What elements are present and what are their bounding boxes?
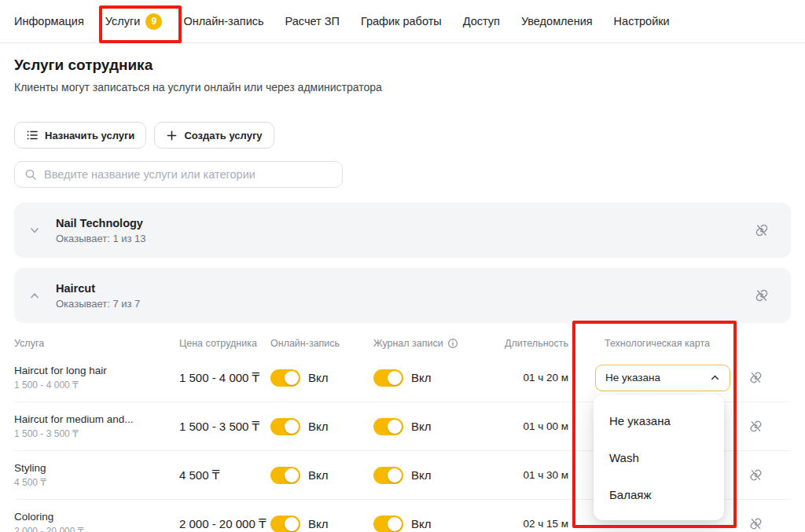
search-input[interactable]	[44, 168, 333, 181]
service-name: Coloring	[14, 511, 179, 523]
employee-price: 2 000 - 20 000 ₸	[179, 517, 270, 531]
online-booking-toggle[interactable]	[270, 369, 300, 387]
tab-online-booking[interactable]: Онлайн-запись	[183, 0, 263, 43]
online-booking-toggle[interactable]	[270, 467, 300, 484]
col-header-journal: Журнал записи	[373, 338, 443, 349]
service-base-price: 1 500 - 4 000 ₸	[14, 380, 179, 391]
online-booking-toggle[interactable]	[270, 418, 300, 435]
plus-icon	[166, 130, 178, 141]
tab-payroll[interactable]: Расчет ЗП	[285, 0, 340, 43]
chevron-up-icon[interactable]	[27, 290, 42, 301]
employee-price: 1 500 - 3 500 ₸	[179, 420, 270, 434]
services-count-badge: 9	[145, 13, 162, 30]
service-search	[14, 161, 343, 188]
toggle-label: Вкл	[411, 371, 432, 384]
toggle-label: Вкл	[411, 517, 432, 530]
unlink-icon[interactable]	[743, 468, 791, 482]
top-nav: Информация Услуги 9 Онлайн-запись Расчет…	[0, 0, 805, 43]
services-table-header: Услуга Цена сотрудника Онлайн-запись Жур…	[14, 333, 791, 354]
col-header-service: Услуга	[14, 338, 179, 349]
page-subtitle: Клиенты могут записаться на услуги онлай…	[14, 81, 791, 94]
service-base-price: 1 500 - 3 500 ₸	[14, 428, 179, 439]
unlink-icon[interactable]	[743, 517, 791, 530]
list-icon	[26, 129, 39, 141]
journal-toggle[interactable]	[373, 515, 403, 532]
unlink-icon[interactable]	[755, 288, 769, 303]
toggle-label: Вкл	[411, 420, 432, 433]
col-header-price: Цена сотрудника	[179, 338, 270, 349]
chevron-up-icon	[710, 372, 720, 383]
journal-toggle[interactable]	[373, 369, 403, 387]
toggle-label: Вкл	[308, 517, 329, 530]
tab-settings[interactable]: Настройки	[614, 0, 670, 43]
col-header-techcard: Технологическая карта	[595, 338, 743, 349]
service-duration: 02 ч 15 м	[501, 518, 579, 530]
toggle-label: Вкл	[308, 371, 329, 384]
journal-toggle[interactable]	[373, 418, 403, 435]
tab-services[interactable]: Услуги 9	[105, 0, 163, 43]
employee-price: 1 500 - 4 000 ₸	[179, 371, 270, 385]
unlink-icon[interactable]	[743, 371, 791, 384]
techcard-select[interactable]: Не указана	[595, 365, 730, 391]
service-base-price: 2 000 - 20 000 ₸	[14, 526, 179, 532]
service-base-price: 4 500 ₸	[14, 477, 179, 488]
tab-work-schedule[interactable]: График работы	[361, 0, 442, 43]
info-icon[interactable]	[447, 338, 458, 349]
tab-notifications[interactable]: Уведомления	[521, 0, 593, 43]
col-header-online: Онлайн-запись	[270, 338, 373, 349]
category-card-nail-technology[interactable]: Nail Technology Оказывает: 1 из 13	[14, 203, 791, 258]
category-card-haircut[interactable]: Haircut Оказывает: 7 из 7	[14, 268, 791, 323]
service-name: Haircut for long hair	[14, 365, 179, 376]
toggle-label: Вкл	[411, 468, 432, 482]
create-service-button[interactable]: Создать услугу	[154, 122, 274, 149]
service-duration: 01 ч 30 м	[501, 469, 579, 481]
dropdown-option-wash[interactable]: Wash	[594, 439, 724, 476]
dropdown-option-not-specified[interactable]: Не указана	[594, 402, 724, 439]
service-name: Styling	[14, 462, 179, 474]
employee-services-page: Информация Услуги 9 Онлайн-запись Расчет…	[0, 0, 805, 532]
online-booking-toggle[interactable]	[270, 515, 300, 532]
search-icon	[24, 168, 37, 181]
unlink-icon[interactable]	[743, 420, 791, 433]
active-tab-underline	[104, 41, 164, 43]
category-provides: Оказывает: 7 из 7	[56, 298, 755, 310]
category-provides: Оказывает: 1 из 13	[56, 233, 755, 244]
employee-price: 4 500 ₸	[179, 468, 270, 482]
service-duration: 01 ч 00 м	[501, 420, 579, 432]
tab-access[interactable]: Доступ	[463, 0, 500, 43]
chevron-down-icon[interactable]	[27, 225, 42, 236]
journal-toggle[interactable]	[373, 467, 403, 484]
tab-information[interactable]: Информация	[14, 0, 84, 43]
page-title: Услуги сотрудника	[14, 57, 791, 74]
service-duration: 01 ч 20 м	[501, 372, 579, 383]
unlink-icon[interactable]	[755, 223, 769, 237]
toggle-label: Вкл	[308, 420, 329, 433]
dropdown-option-balayage[interactable]: Балаяж	[594, 476, 724, 513]
category-name: Nail Technology	[56, 217, 755, 229]
category-name: Haircut	[56, 282, 755, 295]
col-header-duration: Длительность	[501, 338, 579, 349]
service-name: Haircut for medium and...	[14, 413, 179, 425]
assign-services-button[interactable]: Назначить услуги	[14, 122, 146, 149]
techcard-dropdown-menu: Не указана Wash Балаяж	[594, 394, 724, 520]
toggle-label: Вкл	[308, 468, 329, 482]
